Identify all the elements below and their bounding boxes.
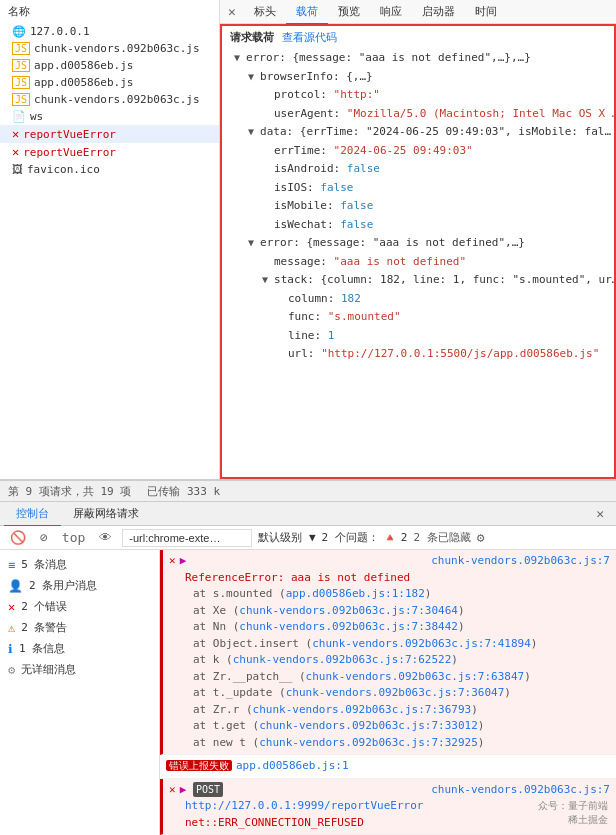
request-content-panel: ✕ 标头载荷预览响应启动器时间 请求载荷 查看源代码 ▼ error: {mes…: [220, 0, 616, 479]
tree-line: userAgent: "Mozilla/5.0 (Macintosh; Inte…: [230, 105, 606, 124]
console-tab-console[interactable]: 控制台: [4, 502, 61, 527]
console-entry-error-0: ✕▶ chunk-vendors.092b063c.js:7ReferenceE…: [160, 550, 616, 755]
tree-value: "s.mounted": [328, 310, 401, 323]
settings-icon[interactable]: ⚙: [477, 530, 485, 545]
post-url[interactable]: http://127.0.0.1:9999/reportVueError: [169, 798, 610, 815]
sidebar-item-favicon[interactable]: 🖼favicon.ico: [0, 161, 219, 178]
filter-icon-all: ≡: [8, 558, 15, 572]
tree-triangle[interactable]: ▼: [234, 52, 246, 63]
error-label-badge: 错误上报失败: [166, 760, 232, 771]
stack-line: at Xe (chunk-vendors.092b063c.js:7:30464…: [169, 603, 610, 620]
sidebar-item-chunk-vendors-1[interactable]: JSchunk-vendors.092b063c.js: [0, 40, 219, 57]
tree-value: false: [347, 162, 380, 175]
filter-level-dropdown[interactable]: 默认级别 ▼: [258, 530, 315, 545]
tree-triangle[interactable]: ▼: [248, 71, 260, 82]
tree-line: isWechat: false: [230, 216, 606, 235]
tree-line: ▼ browserInfo: {,…}: [230, 68, 606, 87]
stack-link[interactable]: chunk-vendors.092b063c.js:7:30464: [239, 604, 458, 617]
tree-line: message: "aaa is not defined": [230, 253, 606, 272]
tree-key: isWechat:: [274, 218, 340, 231]
payload-header: 请求载荷 查看源代码: [230, 30, 606, 45]
console-entry-error-label-1: 错误上报失败app.d00586eb.js:1: [160, 755, 616, 779]
stack-link[interactable]: chunk-vendors.092b063c.js:7:36047: [286, 686, 505, 699]
tab-preview[interactable]: 预览: [328, 0, 370, 25]
console-tab-network[interactable]: 屏蔽网络请求: [61, 502, 151, 527]
filter-icon-info: ℹ: [8, 642, 13, 656]
console-main: ≡5 条消息👤2 条用户消息✕2 个错误⚠2 条警告ℹ1 条信息⚙无详细消息 ✕…: [0, 550, 616, 835]
sidebar-item-app-d00586eb[interactable]: JSapp.d00586eb.js: [0, 57, 219, 74]
entry-file[interactable]: chunk-vendors.092b063c.js:7: [431, 553, 610, 570]
filter-icon[interactable]: ⊘: [36, 528, 52, 547]
post-file-ref[interactable]: chunk-vendors.092b063c.js:7: [431, 782, 610, 799]
sidebar-item-reportVueError-2[interactable]: ✕reportVueError: [0, 143, 219, 161]
filter-label-info: 1 条信息: [19, 641, 65, 656]
view-source-link[interactable]: 查看源代码: [282, 30, 337, 45]
tree-line: func: "s.mounted": [230, 308, 606, 327]
filter-icon-error: ✕: [8, 600, 15, 614]
console-filter-input[interactable]: [122, 529, 252, 547]
console-filter-error[interactable]: ✕2 个错误: [0, 596, 159, 617]
error-icon: ✕: [169, 553, 176, 570]
tree-key: func:: [288, 310, 328, 323]
tree-line: errTime: "2024-06-25 09:49:03": [230, 142, 606, 161]
sidebar-item-reportVueError-1[interactable]: ✕reportVueError: [0, 125, 219, 143]
stack-line: at new t (chunk-vendors.092b063c.js:7:32…: [169, 735, 610, 752]
sidebar-item-ws[interactable]: 📄ws: [0, 108, 219, 125]
top-label[interactable]: top: [58, 528, 89, 547]
close-panel-icon[interactable]: ✕: [220, 0, 244, 23]
console-close-icon[interactable]: ✕: [588, 502, 612, 525]
stack-link[interactable]: chunk-vendors.092b063c.js:7:33012: [259, 719, 478, 732]
js-icon: JS: [12, 76, 30, 89]
stack-link[interactable]: chunk-vendors.092b063c.js:7:32925: [259, 736, 478, 749]
console-filter-verbose[interactable]: ⚙无详细消息: [0, 659, 159, 680]
filter-icon-user: 👤: [8, 579, 23, 593]
stack-line: at s.mounted (app.d00586eb.js:1:182): [169, 586, 610, 603]
console-filter-info[interactable]: ℹ1 条信息: [0, 638, 159, 659]
tab-payload[interactable]: 载荷: [286, 0, 328, 25]
stack-link[interactable]: chunk-vendors.092b063c.js:7:63847: [306, 670, 525, 683]
sidebar-item-label: ws: [30, 110, 43, 123]
tree-triangle[interactable]: ▼: [248, 237, 260, 248]
clear-console-icon[interactable]: 🚫: [6, 528, 30, 547]
tab-timing[interactable]: 时间: [465, 0, 507, 25]
tab-response[interactable]: 响应: [370, 0, 412, 25]
eye-icon[interactable]: 👁: [95, 528, 116, 547]
stack-link[interactable]: app.d00586eb.js:1:182: [286, 587, 425, 600]
tree-line: column: 182: [230, 290, 606, 309]
tree-key: userAgent:: [274, 107, 347, 120]
tree-triangle[interactable]: ▼: [262, 274, 274, 285]
tree-line: isMobile: false: [230, 197, 606, 216]
stack-link[interactable]: chunk-vendors.092b063c.js:7:36793: [253, 703, 472, 716]
tab-headers[interactable]: 标头: [244, 0, 286, 25]
payload-title: 请求载荷: [230, 30, 274, 45]
sidebar-item-app-d00586eb-2[interactable]: JSapp.d00586eb.js: [0, 74, 219, 91]
network-sidebar: 名称 🌐127.0.0.1JSchunk-vendors.092b063c.js…: [0, 0, 220, 479]
sidebar-item-ip[interactable]: 🌐127.0.0.1: [0, 23, 219, 40]
expand-icon-post[interactable]: ▶: [180, 782, 187, 799]
tab-initiator[interactable]: 启动器: [412, 0, 465, 25]
payload-area: 请求载荷 查看源代码 ▼ error: {message: "aaa is no…: [220, 24, 616, 479]
console-filter-warning[interactable]: ⚠2 条警告: [0, 617, 159, 638]
stack-link[interactable]: chunk-vendors.092b063c.js:7:62522: [233, 653, 452, 666]
network-panel: 名称 🌐127.0.0.1JSchunk-vendors.092b063c.js…: [0, 0, 616, 480]
sidebar-item-chunk-vendors-2[interactable]: JSchunk-vendors.092b063c.js: [0, 91, 219, 108]
error-label-file[interactable]: app.d00586eb.js:1: [236, 759, 349, 772]
sidebar-item-label: chunk-vendors.092b063c.js: [34, 93, 200, 106]
js-icon: JS: [12, 42, 30, 55]
filter-label-verbose: 无详细消息: [21, 662, 76, 677]
expand-icon[interactable]: ▶: [180, 553, 187, 570]
tree-key: errTime:: [274, 144, 334, 157]
stack-line: at k (chunk-vendors.092b063c.js:7:62522): [169, 652, 610, 669]
tree-text: data: {errTime: "2024-06-25 09:49:03", i…: [260, 125, 611, 138]
stack-link[interactable]: chunk-vendors.092b063c.js:7:41894: [312, 637, 531, 650]
console-filter-user[interactable]: 👤2 条用户消息: [0, 575, 159, 596]
tree-line: ▼ data: {errTime: "2024-06-25 09:49:03",…: [230, 123, 606, 142]
tree-key: protcol:: [274, 88, 334, 101]
stack-link[interactable]: chunk-vendors.092b063c.js:7:38442: [239, 620, 458, 633]
tree-triangle[interactable]: ▼: [248, 126, 260, 137]
tree-key: column:: [288, 292, 341, 305]
tree-value: 1: [328, 329, 335, 342]
tree-line: protcol: "http:": [230, 86, 606, 105]
console-filter-all[interactable]: ≡5 条消息: [0, 554, 159, 575]
tree-key: url:: [288, 347, 321, 360]
